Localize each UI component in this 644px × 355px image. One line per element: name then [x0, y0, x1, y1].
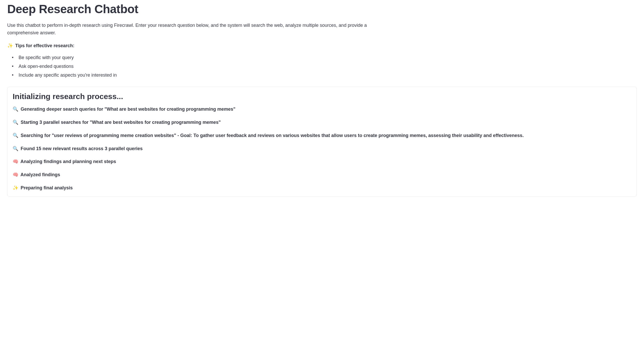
search-icon: 🔍: [13, 133, 18, 138]
tip-item: Be specific with your query: [12, 53, 637, 62]
activity-text: Starting 3 parallel searches for "What a…: [21, 120, 221, 125]
activity-item: 🧠 Analyzed findings: [13, 171, 631, 179]
activity-item: 🔍 Generating deeper search queries for "…: [13, 106, 631, 113]
tips-header-label: Tips for effective research:: [15, 43, 75, 48]
search-icon: 🔍: [13, 107, 18, 112]
intro-text: Use this chatbot to perform in-depth res…: [7, 22, 368, 37]
activity-text: Analyzed findings: [20, 172, 60, 177]
search-icon: 🔍: [13, 120, 18, 125]
brain-icon: 🧠: [13, 159, 18, 164]
research-heading: Initializing research process...: [13, 92, 631, 101]
activity-text: Preparing final analysis: [21, 185, 73, 190]
activity-item: 🔍 Found 15 new relevant results across 3…: [13, 145, 631, 152]
tip-item: Include any specific aspects you're inte…: [12, 71, 637, 79]
activity-item: ✨ Preparing final analysis: [13, 184, 631, 192]
research-panel: Initializing research process... 🔍 Gener…: [7, 87, 637, 197]
brain-icon: 🧠: [13, 172, 18, 177]
search-icon: 🔍: [13, 146, 18, 151]
activity-item: 🧠 Analyzing findings and planning next s…: [13, 158, 631, 165]
activity-text: Analyzing findings and planning next ste…: [20, 159, 116, 164]
activity-item: 🔍 Searching for "user reviews of program…: [13, 132, 631, 139]
sparkles-icon: ✨: [13, 185, 18, 190]
page-title: Deep Research Chatbot: [7, 2, 637, 16]
activity-item: 🔍 Starting 3 parallel searches for "What…: [13, 119, 631, 126]
activity-text: Generating deeper search queries for "Wh…: [21, 107, 235, 112]
tip-item: Ask open-ended questions: [12, 62, 637, 71]
sparkles-icon: ✨: [7, 43, 13, 48]
tips-header: ✨ Tips for effective research:: [7, 43, 637, 49]
activity-text: Found 15 new relevant results across 3 p…: [21, 146, 143, 151]
tips-list: Be specific with your query Ask open-end…: [7, 53, 637, 80]
activity-text: Searching for "user reviews of programmi…: [21, 133, 524, 138]
